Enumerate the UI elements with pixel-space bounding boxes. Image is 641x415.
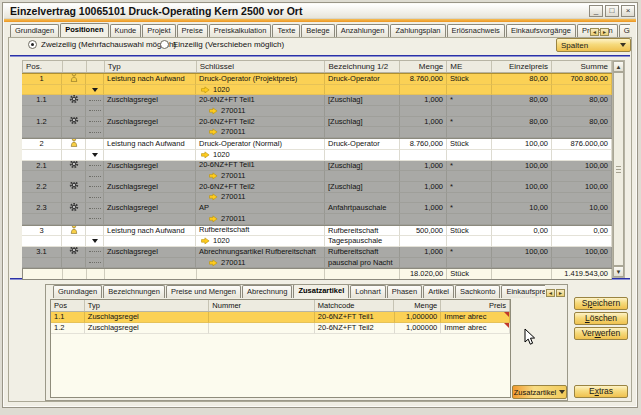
me-cell: * <box>447 161 492 172</box>
scrollbar-thumb[interactable] <box>613 72 624 266</box>
menge-cell: 1,000 <box>400 203 447 214</box>
position-row-3[interactable]: 3Leistung nach AufwandRufbereitschaftRuf… <box>22 225 612 237</box>
tab-scroll-left-icon[interactable]: ◄ <box>590 28 599 36</box>
columns-dropdown[interactable]: Spalten <box>556 38 631 52</box>
position-subrow[interactable]: 270011 <box>22 106 612 117</box>
einzelpreis-cell: 80,00 <box>492 74 552 85</box>
col-header-typ[interactable]: Typ <box>105 61 197 72</box>
radio-one-line[interactable]: Einzeilig (Verschieben möglich) <box>160 40 284 49</box>
bezeichnung-cell: Rufbereitschaft <box>325 226 400 237</box>
zusatzartikel-add-button[interactable]: Zusatzartikel <box>512 385 567 399</box>
tab-erlösnachweis[interactable]: Erlösnachweis <box>447 24 505 37</box>
col-header-me[interactable]: ME <box>447 61 492 72</box>
collapse-arrow-icon[interactable] <box>92 239 98 243</box>
position-subrow[interactable]: 1020 <box>22 85 612 96</box>
position-subrow[interactable]: 270011 <box>22 193 612 204</box>
tab-anzahlungen[interactable]: Anzahlungen <box>336 24 390 37</box>
col-header-icon[interactable] <box>63 61 87 72</box>
detail-tab-sachkonto[interactable]: Sachkonto <box>455 285 500 298</box>
linked-number: 270011 <box>221 193 245 203</box>
col-header-pos[interactable]: Pos. <box>23 61 63 72</box>
tab-preiskalkulation[interactable]: Preiskalkulation <box>209 24 272 37</box>
detail-tab-scroll-left-icon[interactable]: ◄ <box>546 289 555 297</box>
bcol-header-typ[interactable]: Typ <box>85 300 209 311</box>
position-row-1.1[interactable]: 1.1Zuschlagsregel20-6NZ+FT Teil1[Zuschla… <box>22 95 612 106</box>
radio-two-line[interactable]: Zweizeilig (Mehrfachauswahl möglich) <box>28 40 176 49</box>
tab-zahlungsplan[interactable]: Zahlungsplan <box>390 24 445 37</box>
columns-dropdown-label: Spalten <box>561 41 620 50</box>
linked-number: 1020 <box>213 85 230 95</box>
collapse-arrow-icon[interactable] <box>92 88 98 92</box>
close-button[interactable]: × <box>621 5 635 17</box>
extras-button[interactable]: Extras <box>574 385 628 398</box>
delete-button[interactable]: Löschen <box>574 312 628 325</box>
summe-cell <box>552 85 612 96</box>
col-header-summe[interactable]: Summe <box>552 61 612 72</box>
row-icon-cell <box>62 127 86 138</box>
col-header-einzelpreis[interactable]: Einzelpreis <box>492 61 552 72</box>
position-subrow[interactable]: 270011 <box>22 214 612 225</box>
detail-tab-abrechnung[interactable]: Abrechnung <box>242 285 292 298</box>
position-row-3.1[interactable]: 3.1ZuschlagsregelAbrechnungsartikel Rufb… <box>22 247 612 258</box>
zusatzartikel-row-1.2[interactable]: 1.2Zuschlagsregel20-6NZ+FT Teil21,000000… <box>51 323 510 334</box>
position-row-2.1[interactable]: 2.1Zuschlagsregel20-6NZ+FT Teil1[Zuschla… <box>22 161 612 172</box>
detail-tab-lohnart[interactable]: Lohnart <box>350 285 385 298</box>
tab-projekt[interactable]: Projekt <box>142 24 175 37</box>
tab-scroll-right-icon[interactable]: ► <box>600 28 609 36</box>
bcol-header-nummer[interactable]: Nummer <box>209 300 315 311</box>
detail-tab-phasen[interactable]: Phasen <box>387 285 422 298</box>
window-titlebar[interactable]: Einzelvertrag 10065101 Druck-Operating K… <box>4 4 636 19</box>
discard-button[interactable]: Verwerfen <box>574 327 628 340</box>
minimize-button[interactable]: _ <box>589 5 603 17</box>
position-subrow[interactable]: 270011 <box>22 127 612 138</box>
collapse-arrow-icon[interactable] <box>92 153 98 157</box>
detail-tab-scroll-right-icon[interactable]: ► <box>556 289 565 297</box>
total-me: Stück <box>447 269 492 279</box>
tree-cell <box>86 150 104 161</box>
col-header-tree[interactable] <box>87 61 105 72</box>
bcol-header-menge[interactable]: Menge <box>394 300 441 311</box>
detail-tab-artikel[interactable]: Artikel <box>423 285 454 298</box>
tab-texte[interactable]: Texte <box>272 24 300 37</box>
schluessel-cell: AP <box>196 203 325 214</box>
typ-cell <box>104 127 196 138</box>
scroll-down-icon[interactable]: ▼ <box>613 266 624 277</box>
position-row-1.2[interactable]: 1.2Zuschlagsregel20-6NZ+FT Teil2[Zuschla… <box>22 117 612 128</box>
detail-tab-preise-und-mengen[interactable]: Preise und Mengen <box>166 285 241 298</box>
bcol-header-preis[interactable]: Preis <box>441 300 510 311</box>
vertical-scrollbar[interactable]: ▲ ▼ <box>612 60 625 278</box>
position-row-2[interactable]: 2Leistung nach AufwandDruck-Operator (No… <box>22 138 612 150</box>
position-row-2.3[interactable]: 2.3ZuschlagsregelAPAnfahrtpauschale1,000… <box>22 203 612 214</box>
tab-preise[interactable]: Preise <box>177 24 208 37</box>
tab-belege[interactable]: Belege <box>301 24 334 37</box>
typ-cell: Zuschlagsregel <box>104 247 196 258</box>
position-subrow[interactable]: 270011pauschal pro Nacht <box>22 258 612 269</box>
detail-tab-zusatzartikel[interactable]: Zusatzartikel <box>293 285 349 298</box>
tab-einkaufsvorgänge[interactable]: Einkaufsvorgänge <box>506 24 576 37</box>
col-header-bezeichnung[interactable]: Bezeichnung 1/2 <box>325 61 400 72</box>
position-subrow[interactable]: 270011 <box>22 171 612 182</box>
detail-tab-bezeichnungen[interactable]: Bezeichnungen <box>103 285 165 298</box>
position-subrow[interactable]: 1020Tagespauschale <box>22 236 612 247</box>
bcol-header-pos[interactable]: Pos <box>51 300 85 311</box>
detail-tab-einkaufspreis-für-kalkulation[interactable]: Einkaufspreis für Kalkulation <box>501 285 545 298</box>
position-subrow[interactable]: 1020 <box>22 150 612 161</box>
tab-positionen[interactable]: Positionen <box>60 23 108 37</box>
typ-cell <box>104 193 196 204</box>
zusatzartikel-row-1.1[interactable]: 1.1Zuschlagsregel20-6NZ+FT Teil11,000000… <box>51 312 510 323</box>
tab-grundlagen[interactable]: Grundlagen <box>10 24 59 37</box>
col-header-menge[interactable]: Menge <box>400 61 447 72</box>
maximize-button[interactable]: □ <box>605 5 619 17</box>
position-row-1[interactable]: 1Leistung nach AufwandDruck-Operator (Pr… <box>22 73 612 85</box>
bcol-header-matchcode[interactable]: Matchcode <box>315 300 395 311</box>
tab-kunde[interactable]: Kunde <box>110 24 142 37</box>
detail-tab-grundlagen[interactable]: Grundlagen <box>53 285 102 298</box>
tab-gleichgewic[interactable]: Gleichgewic <box>619 24 630 37</box>
save-button[interactable]: Speichern <box>574 297 628 310</box>
position-row-2.2[interactable]: 2.2Zuschlagsregel20-6NZ+FT Teil2[Zuschla… <box>22 182 612 193</box>
bezeichnung-cell <box>325 150 400 161</box>
total-pos <box>23 269 63 279</box>
scroll-up-icon[interactable]: ▲ <box>613 61 624 72</box>
col-header-schluessel[interactable]: Schlüssel <box>197 61 326 72</box>
typ-cell <box>104 85 196 96</box>
